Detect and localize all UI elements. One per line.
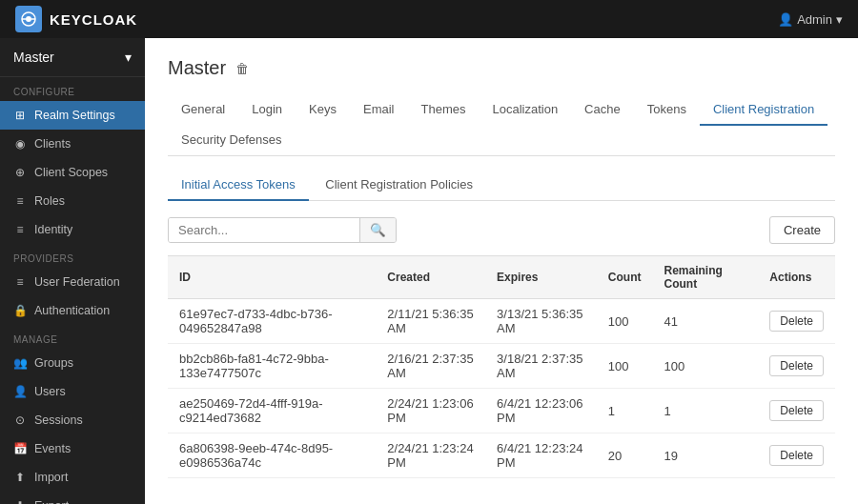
delete-button[interactable]: Delete: [769, 311, 824, 332]
tab-localization[interactable]: Localization: [479, 94, 571, 126]
subtabs: Initial Access Tokens Client Registratio…: [168, 170, 835, 201]
svg-point-1: [26, 16, 31, 22]
table-header-row: ID Created Expires Count Remaining Count…: [168, 256, 835, 299]
manage-section-label: Manage: [0, 325, 145, 349]
tab-login[interactable]: Login: [238, 94, 296, 126]
sidebar-item-realm-settings[interactable]: ⊞ Realm Settings: [0, 101, 145, 130]
configure-section-label: Configure: [0, 77, 145, 101]
sidebar-item-label: User Federation: [34, 275, 120, 289]
cell-actions: Delete: [758, 389, 835, 433]
sidebar-item-roles[interactable]: ≡ Roles: [0, 187, 145, 215]
cell-id: 61e97ec7-d733-4dbc-b736-049652847a98: [168, 299, 376, 344]
main-tabs: General Login Keys Email Themes Localiza…: [168, 94, 835, 156]
realm-settings-icon: ⊞: [13, 109, 27, 122]
main-layout: Master ▾ Configure ⊞ Realm Settings ◉ Cl…: [0, 38, 858, 504]
user-federation-icon: ≡: [13, 275, 27, 289]
brand-icon: [15, 6, 42, 32]
subtab-client-registration-policies[interactable]: Client Registration Policies: [312, 170, 486, 201]
sidebar-item-identity[interactable]: ≡ Identity: [0, 215, 145, 244]
col-id: ID: [168, 256, 376, 299]
cell-id: ae250469-72d4-4fff-919a-c9214ed73682: [168, 389, 376, 433]
realm-selector[interactable]: Master ▾: [0, 38, 145, 77]
cell-remaining-count: 41: [653, 299, 759, 344]
cell-created: 2/24/21 1:23:06 PM: [376, 389, 485, 433]
tab-general[interactable]: General: [168, 94, 238, 126]
table-row: bb2cb86b-fa81-4c72-9bba-133e7477507c 2/1…: [168, 344, 835, 389]
cell-remaining-count: 100: [653, 344, 759, 389]
col-actions: Actions: [758, 256, 835, 299]
sidebar-item-label: Realm Settings: [34, 109, 115, 122]
table-row: 6a806398-9eeb-474c-8d95-e0986536a74c 2/2…: [168, 433, 835, 478]
delete-button[interactable]: Delete: [769, 445, 824, 466]
delete-realm-icon[interactable]: 🗑: [235, 61, 249, 76]
roles-icon: ≡: [13, 194, 27, 208]
sidebar-item-label: Client Scopes: [34, 166, 108, 179]
navbar: KEYCLOAK 👤 Admin ▾: [0, 0, 858, 38]
realm-name: Master: [13, 50, 54, 65]
cell-actions: Delete: [758, 299, 835, 344]
toolbar: 🔍 Create: [168, 216, 835, 244]
sidebar-item-import[interactable]: ⬆ Import: [0, 463, 145, 492]
client-scopes-icon: ⊕: [13, 166, 27, 179]
cell-remaining-count: 1: [653, 389, 759, 433]
sessions-icon: ⊙: [13, 413, 27, 427]
tab-email[interactable]: Email: [350, 94, 408, 126]
table-row: 61e97ec7-d733-4dbc-b736-049652847a98 2/1…: [168, 299, 835, 344]
sidebar-item-client-scopes[interactable]: ⊕ Client Scopes: [0, 158, 145, 187]
cell-actions: Delete: [758, 344, 835, 389]
tabs-row-2: Security Defenses: [168, 125, 835, 155]
user-label: Admin: [797, 12, 832, 27]
tokens-table: ID Created Expires Count Remaining Count…: [168, 255, 835, 478]
tab-keys[interactable]: Keys: [296, 94, 350, 126]
col-expires: Expires: [485, 256, 597, 299]
authentication-icon: 🔒: [13, 304, 27, 317]
delete-button[interactable]: Delete: [769, 355, 824, 376]
sidebar-item-export[interactable]: ⬇ Export: [0, 492, 145, 504]
groups-icon: 👥: [13, 356, 27, 370]
page-title: Master: [168, 57, 226, 79]
sidebar-item-label: Identity: [34, 223, 72, 236]
tab-client-registration[interactable]: Client Registration: [700, 94, 827, 126]
tab-themes[interactable]: Themes: [407, 94, 479, 126]
sidebar-item-users[interactable]: 👤 Users: [0, 377, 145, 406]
tab-security-defenses[interactable]: Security Defenses: [168, 125, 296, 156]
import-icon: ⬆: [13, 471, 27, 484]
cell-expires: 6/4/21 12:23:24 PM: [485, 433, 597, 478]
page-header: Master 🗑: [168, 57, 835, 79]
sidebar-item-clients[interactable]: ◉ Clients: [0, 130, 145, 158]
col-remaining-count: Remaining Count: [653, 256, 759, 299]
col-count: Count: [597, 256, 653, 299]
sidebar-item-label: Sessions: [34, 413, 83, 427]
sidebar-item-label: Authentication: [34, 304, 110, 317]
cell-count: 100: [597, 344, 653, 389]
cell-created: 2/24/21 1:23:24 PM: [376, 433, 485, 478]
tab-cache[interactable]: Cache: [571, 94, 634, 126]
sidebar-item-label: Import: [34, 471, 68, 484]
search-input[interactable]: [169, 218, 359, 242]
subtab-initial-access-tokens[interactable]: Initial Access Tokens: [168, 170, 309, 201]
sidebar-item-label: Export: [34, 499, 69, 504]
sidebar-item-events[interactable]: 📅 Events: [0, 434, 145, 463]
col-created: Created: [376, 256, 485, 299]
sidebar-item-user-federation[interactable]: ≡ User Federation: [0, 268, 145, 296]
sidebar-item-label: Clients: [34, 137, 71, 151]
providers-section-label: Providers: [0, 244, 145, 268]
sidebar-item-sessions[interactable]: ⊙ Sessions: [0, 406, 145, 434]
sidebar-item-groups[interactable]: 👥 Groups: [0, 349, 145, 377]
cell-created: 2/11/21 5:36:35 AM: [376, 299, 485, 344]
delete-button[interactable]: Delete: [769, 400, 824, 421]
user-icon: 👤: [778, 12, 793, 27]
brand: KEYCLOAK: [15, 6, 137, 32]
brand-text: KEYCLOAK: [50, 11, 137, 28]
identity-icon: ≡: [13, 223, 27, 236]
cell-expires: 3/18/21 2:37:35 AM: [485, 344, 597, 389]
user-menu[interactable]: 👤 Admin ▾: [778, 12, 843, 27]
cell-expires: 6/4/21 12:23:06 PM: [485, 389, 597, 433]
sidebar-item-authentication[interactable]: 🔒 Authentication: [0, 296, 145, 325]
events-icon: 📅: [13, 442, 27, 455]
search-button[interactable]: 🔍: [359, 218, 396, 242]
create-button[interactable]: Create: [769, 216, 835, 244]
search-box: 🔍: [168, 217, 397, 243]
cell-remaining-count: 19: [653, 433, 759, 478]
tab-tokens[interactable]: Tokens: [634, 94, 700, 126]
